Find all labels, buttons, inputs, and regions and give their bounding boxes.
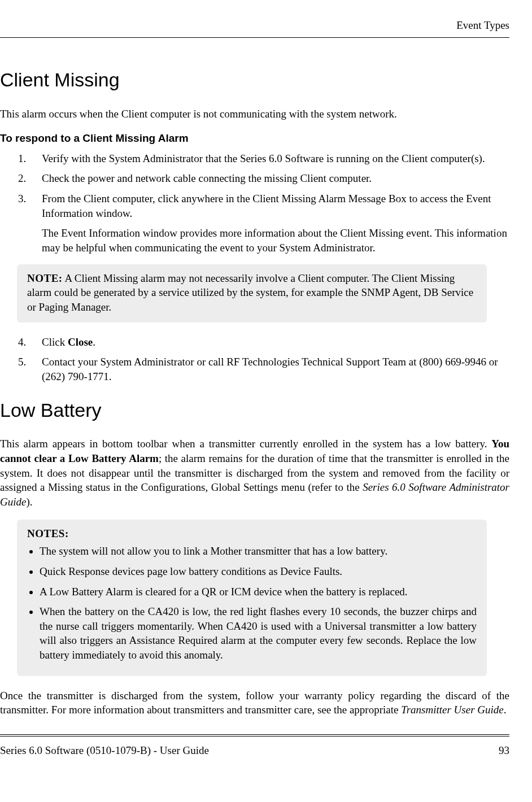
footer-page-number: 93 (499, 743, 509, 758)
footer-rule-bottom (0, 736, 509, 736)
client-missing-intro: This alarm occurs when the Client comput… (0, 107, 509, 121)
running-header: Event Types (0, 18, 509, 33)
step-number: 1. (18, 151, 26, 166)
note-body: A Client Missing alarm may not necessari… (27, 272, 473, 313)
step-5: 5. Contact your System Administrator or … (42, 355, 509, 383)
header-rule (0, 37, 509, 38)
step-text: Verify with the System Administrator tha… (42, 152, 485, 164)
note-item: A Low Battery Alarm is cleared for a QR … (40, 585, 477, 599)
step-number: 4. (18, 335, 26, 350)
footer-rule-top (0, 734, 509, 735)
step-text: Check the power and network cable connec… (42, 172, 372, 184)
section-title-client-missing: Client Missing (0, 67, 509, 93)
step-text: Contact your System Administrator or cal… (42, 356, 498, 382)
steps-list-b: 4. Click Close. 5. Contact your System A… (0, 335, 509, 384)
step-number: 3. (18, 191, 26, 206)
step-text: From the Client computer, click anywhere… (42, 193, 491, 219)
note-item: The system will not allow you to link a … (40, 544, 477, 559)
step-text: Click Close. (42, 336, 95, 348)
footer-left: Series 6.0 Software (0510-1079-B) - User… (0, 743, 209, 758)
step-number: 5. (18, 355, 26, 369)
notes-list: The system will not allow you to link a … (27, 544, 477, 662)
step-2: 2. Check the power and network cable con… (42, 171, 509, 186)
notes-box-low-battery: NOTES: The system will not allow you to … (17, 520, 487, 676)
low-battery-intro: This alarm appears in bottom toolbar whe… (0, 437, 509, 509)
step-4: 4. Click Close. (42, 335, 509, 350)
page-footer: Series 6.0 Software (0510-1079-B) - User… (0, 742, 509, 758)
notes-label: NOTES: (27, 526, 477, 541)
note-label: NOTE: (27, 272, 63, 284)
steps-list-a: 1. Verify with the System Administrator … (0, 151, 509, 255)
note-box-client-missing: NOTE: A Client Missing alarm may not nec… (17, 264, 487, 322)
low-battery-closing: Once the transmitter is discharged from … (0, 688, 509, 717)
step-number: 2. (18, 171, 26, 186)
note-item: Quick Response devices page low battery … (40, 564, 477, 579)
section-title-low-battery: Low Battery (0, 398, 509, 424)
step-3: 3. From the Client computer, click anywh… (42, 191, 509, 255)
step-subtext: The Event Information window provides mo… (42, 226, 509, 255)
procedure-title: To respond to a Client Missing Alarm (0, 131, 509, 146)
note-item: When the battery on the CA420 is low, th… (40, 604, 477, 662)
step-1: 1. Verify with the System Administrator … (42, 151, 509, 166)
